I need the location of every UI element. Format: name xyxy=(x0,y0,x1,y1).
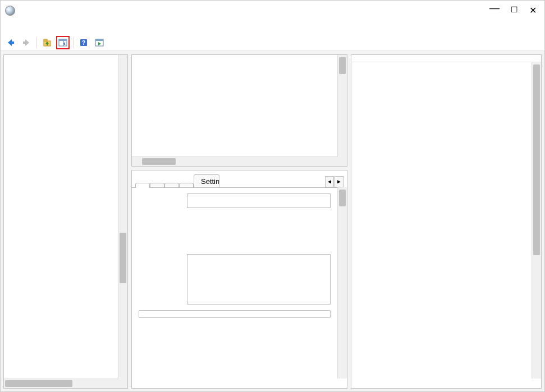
up-button[interactable] xyxy=(40,36,54,49)
tab-settings[interactable]: Settin xyxy=(194,174,219,188)
center-panel: Settin ◄ ► xyxy=(131,54,347,389)
tree-vscroll[interactable] xyxy=(118,55,127,379)
task-details-panel: Settin ◄ ► xyxy=(131,170,347,389)
actions-body xyxy=(351,62,532,388)
actions-panel xyxy=(351,54,542,389)
help-button[interactable]: ? xyxy=(77,36,90,49)
menu-file[interactable] xyxy=(4,26,15,29)
tree-panel xyxy=(3,54,128,389)
close-button[interactable]: ✕ xyxy=(529,5,537,17)
tasklist-hscroll[interactable] xyxy=(132,156,337,166)
svg-text:?: ? xyxy=(82,40,85,46)
field-location xyxy=(187,214,331,228)
label-description xyxy=(139,254,181,256)
back-button[interactable] xyxy=(4,36,17,49)
label-name xyxy=(139,193,181,196)
tab-content-general xyxy=(132,187,337,388)
task-table[interactable] xyxy=(132,55,337,156)
app-icon xyxy=(5,6,15,16)
actions-vscroll[interactable] xyxy=(532,62,541,379)
forward-button[interactable] xyxy=(20,36,33,49)
preview-button[interactable] xyxy=(93,36,106,49)
svg-marker-9 xyxy=(98,42,101,45)
field-name[interactable] xyxy=(187,193,331,208)
tree-list[interactable] xyxy=(4,55,118,379)
svg-rect-3 xyxy=(59,39,67,41)
tree-hscroll[interactable] xyxy=(4,379,118,388)
details-vscroll[interactable] xyxy=(337,187,347,379)
field-description[interactable] xyxy=(187,254,331,305)
detail-tabs: Settin ◄ ► xyxy=(132,170,347,187)
tasklist-vscroll[interactable] xyxy=(337,55,347,156)
task-list-panel xyxy=(131,54,347,167)
main-area: Settin ◄ ► xyxy=(1,51,544,391)
field-author xyxy=(187,234,331,248)
menu-action[interactable] xyxy=(17,26,29,29)
svg-rect-8 xyxy=(95,39,103,41)
titlebar: — ☐ ✕ xyxy=(1,1,544,21)
label-location xyxy=(139,214,181,216)
actions-header xyxy=(351,55,541,62)
security-options-group xyxy=(139,310,331,318)
menu-help[interactable] xyxy=(44,26,56,29)
maximize-button[interactable]: ☐ xyxy=(511,5,518,17)
svg-rect-1 xyxy=(44,39,47,41)
tab-general[interactable] xyxy=(135,183,150,188)
minimize-button[interactable]: — xyxy=(489,2,500,14)
menu-view[interactable] xyxy=(31,26,42,29)
toolbar: ? xyxy=(1,34,544,51)
toggle-panel-button[interactable] xyxy=(56,36,70,49)
tab-scroll-left[interactable]: ◄ xyxy=(325,176,334,187)
label-author xyxy=(139,234,181,236)
tab-scroll-right[interactable]: ► xyxy=(335,176,344,187)
menubar xyxy=(1,21,544,34)
